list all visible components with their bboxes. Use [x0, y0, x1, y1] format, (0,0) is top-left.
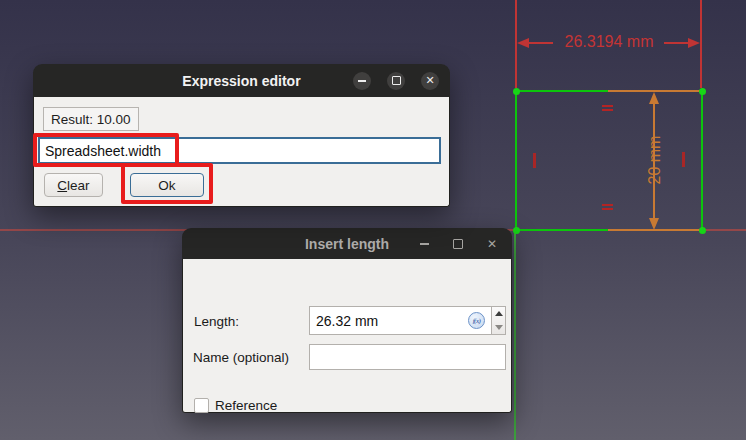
height-dimension-arrow-up: [649, 92, 659, 104]
insert-length-title: Insert length: [305, 236, 389, 252]
cad-viewport: 26.3194 mm 20 mm Length: f(x) Name (opti…: [0, 0, 746, 440]
spin-down-icon: [495, 325, 503, 330]
close-icon: ✕: [487, 238, 497, 250]
rect-top-edge-left[interactable]: [516, 90, 608, 92]
maximize-button[interactable]: [387, 72, 405, 90]
rect-vertex-top-right[interactable]: [699, 88, 706, 95]
insert-length-dialog: Length: f(x) Name (optional) Reference I…: [182, 228, 512, 413]
name-label: Name (optional): [193, 350, 289, 365]
vertical-constraint-icon-right[interactable]: [682, 152, 685, 167]
maximize-icon: [392, 76, 401, 85]
height-dimension-label[interactable]: 20 mm: [646, 136, 664, 185]
expression-editor-dialog-body: Result: 10.00 Clear Ok: [33, 97, 450, 207]
minimize-icon: [420, 243, 429, 245]
length-label: Length:: [194, 314, 239, 329]
equal-constraint-icon-top[interactable]: [602, 105, 613, 113]
expression-editor-titlebar: Expression editor ✕: [33, 64, 450, 97]
reference-checkbox[interactable]: [194, 398, 209, 413]
rect-left-edge[interactable]: [515, 91, 517, 230]
vertical-constraint-icon-left[interactable]: [533, 153, 536, 168]
rect-right-edge[interactable]: [701, 91, 703, 230]
minimize-button[interactable]: [415, 235, 433, 253]
height-dimension-arrow-down: [649, 218, 659, 230]
insert-length-dialog-body: Length: f(x) Name (optional) Reference: [182, 259, 512, 413]
expression-editor-dialog: Result: 10.00 Clear Ok Expression editor…: [33, 64, 450, 207]
equal-constraint-icon-bottom[interactable]: [602, 204, 613, 212]
name-input[interactable]: [309, 344, 506, 370]
rect-vertex-bottom-left[interactable]: [513, 227, 520, 234]
rect-vertex-top-left[interactable]: [513, 88, 520, 95]
reference-label: Reference: [215, 398, 277, 413]
length-spinner: [491, 306, 506, 335]
minimize-icon: [358, 80, 366, 82]
expression-editor-title: Expression editor: [182, 73, 300, 89]
result-value: Result: 10.00: [43, 107, 139, 131]
maximize-icon: [453, 239, 463, 249]
spin-up-icon: [495, 311, 503, 316]
spin-down-button[interactable]: [492, 321, 505, 335]
close-icon: ✕: [425, 75, 434, 86]
expression-input[interactable]: [38, 137, 441, 164]
width-dimension-label[interactable]: 26.3194 mm: [516, 33, 702, 51]
close-button[interactable]: ✕: [483, 235, 501, 253]
ok-button[interactable]: Ok: [130, 173, 204, 197]
expression-fx-icon[interactable]: f(x): [468, 312, 485, 329]
rect-vertex-bottom-right[interactable]: [699, 227, 706, 234]
rect-bottom-edge-left[interactable]: [516, 229, 608, 231]
close-button[interactable]: ✕: [421, 72, 439, 90]
sketch-y-axis: [514, 230, 516, 440]
minimize-button[interactable]: [353, 72, 371, 90]
length-input[interactable]: [309, 306, 492, 335]
maximize-button[interactable]: [449, 235, 467, 253]
insert-length-titlebar: Insert length ✕: [182, 228, 512, 259]
spin-up-button[interactable]: [492, 307, 505, 321]
clear-button[interactable]: Clear: [44, 173, 103, 197]
